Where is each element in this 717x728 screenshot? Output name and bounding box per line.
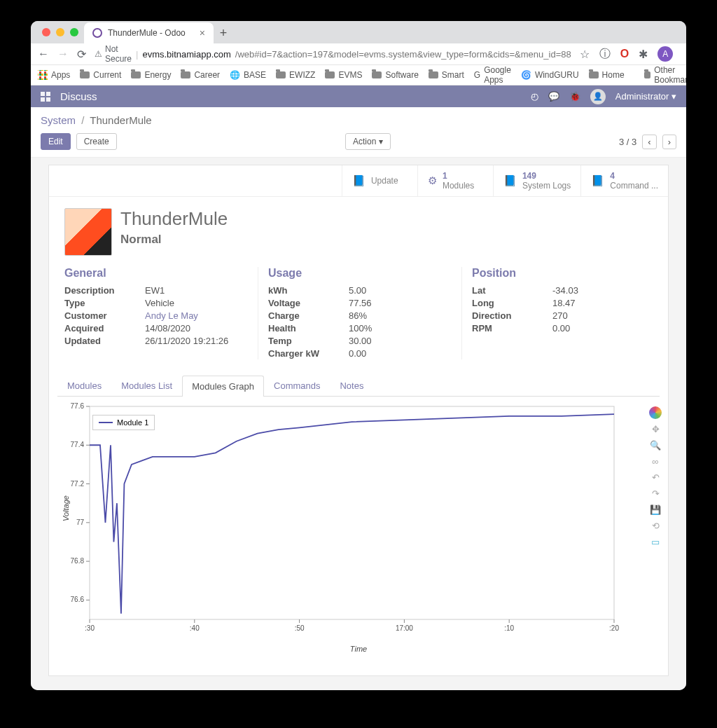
- breadcrumb: System / ThunderMule: [31, 107, 686, 130]
- edit-button[interactable]: Edit: [41, 133, 71, 150]
- create-button[interactable]: Create: [76, 133, 117, 150]
- other-bookmarks[interactable]: Other Bookmarks: [644, 65, 686, 85]
- val-charge: 86%: [349, 310, 367, 321]
- book-icon: 📘: [591, 174, 604, 187]
- folder-icon: [80, 71, 90, 78]
- x-axis-label: Time: [350, 645, 367, 653]
- box-zoom-icon[interactable]: 🔍: [649, 439, 662, 451]
- val-updated: 26/11/2020 19:21:26: [145, 336, 228, 346]
- bokeh-logo-icon[interactable]: [649, 406, 662, 419]
- profile-avatar[interactable]: A: [657, 46, 673, 62]
- apps-menu-icon[interactable]: [41, 92, 50, 102]
- redo-icon[interactable]: ↷: [649, 487, 662, 500]
- val-direction: 270: [552, 310, 568, 321]
- menu-icon[interactable]: ⋮: [683, 48, 686, 61]
- stat-update[interactable]: 📘 Update: [342, 165, 417, 196]
- tab-modules[interactable]: Modules: [57, 375, 111, 396]
- bookmark-evms[interactable]: EVMS: [325, 70, 362, 80]
- legend-label: Module 1: [117, 418, 148, 427]
- book-icon: 📘: [503, 174, 517, 187]
- tab-modules-list[interactable]: Modules List: [111, 375, 182, 396]
- val-lat: -34.03: [552, 285, 578, 296]
- svg-text::20: :20: [609, 624, 619, 632]
- bookmark-energy[interactable]: Energy: [131, 70, 171, 80]
- bookmark-current[interactable]: Current: [80, 70, 121, 80]
- crumb-system[interactable]: System: [41, 114, 76, 126]
- bookmark-windguru[interactable]: 🌀WindGURU: [521, 70, 579, 80]
- svg-text:76.8: 76.8: [71, 557, 85, 565]
- stat-system-logs[interactable]: 📘 149System Logs: [493, 165, 580, 196]
- apps-shortcut[interactable]: Apps: [38, 70, 70, 80]
- info-icon[interactable]: ⓘ: [599, 47, 611, 62]
- chart-legend: Module 1: [92, 415, 155, 430]
- window-controls: [36, 21, 84, 43]
- val-type: Vehicle: [145, 298, 174, 308]
- browser-tab[interactable]: ThunderMule - Odoo ×: [84, 22, 214, 43]
- y-axis-label: Voltage: [62, 495, 70, 521]
- forward-icon: →: [57, 48, 69, 60]
- close-window[interactable]: [42, 28, 50, 36]
- tab-commands[interactable]: Commands: [264, 375, 330, 396]
- record-state: Normal: [120, 233, 228, 247]
- svg-text::10: :10: [504, 624, 514, 632]
- extensions-icon[interactable]: ✱: [639, 48, 648, 61]
- form-view: 📘 Update ⚙ 1Modules 📘 149System Logs 📘 4…: [31, 158, 686, 690]
- bookmark-career[interactable]: Career: [181, 70, 220, 80]
- tab-modules-graph[interactable]: Modules Graph: [182, 376, 264, 397]
- form-sheet: 📘 Update ⚙ 1Modules 📘 149System Logs 📘 4…: [48, 165, 669, 676]
- val-rpm: 0.00: [552, 323, 570, 334]
- close-tab-icon[interactable]: ×: [200, 27, 205, 39]
- record-image[interactable]: [64, 208, 112, 256]
- pager: 3 / 3 ‹ ›: [619, 135, 676, 149]
- user-menu[interactable]: Administrator ▾: [615, 91, 676, 102]
- debug-icon[interactable]: 🐞: [569, 91, 580, 102]
- svg-text:17:00: 17:00: [396, 624, 413, 632]
- undo-icon[interactable]: ↶: [649, 471, 662, 483]
- svg-text::40: :40: [190, 624, 200, 632]
- pager-next[interactable]: ›: [662, 135, 676, 149]
- maximize-window[interactable]: [70, 28, 78, 36]
- stat-commands[interactable]: 📘 4Command ...: [580, 165, 668, 196]
- back-icon[interactable]: ←: [38, 48, 49, 60]
- bookmark-software[interactable]: Software: [372, 70, 418, 80]
- activities-icon[interactable]: ◴: [531, 91, 538, 102]
- folder-icon: [181, 71, 190, 78]
- pan-icon[interactable]: ✥: [649, 423, 662, 435]
- svg-text::30: :30: [85, 624, 95, 632]
- stat-modules[interactable]: ⚙ 1Modules: [417, 165, 493, 196]
- save-icon[interactable]: 💾: [649, 503, 662, 516]
- tab-notes[interactable]: Notes: [330, 375, 373, 396]
- pager-prev[interactable]: ‹: [642, 135, 656, 149]
- val-long: 18.47: [552, 298, 576, 308]
- wheel-zoom-icon[interactable]: ∞: [649, 455, 662, 467]
- val-customer[interactable]: Andy Le May: [145, 310, 198, 321]
- bookmark-base[interactable]: 🌐BASE: [230, 70, 266, 80]
- user-avatar-icon: 👤: [590, 89, 606, 104]
- bookmarks-bar: Apps Current Energy Career 🌐BASE EWIZZ E…: [31, 65, 686, 85]
- bookmark-ewizz[interactable]: EWIZZ: [276, 70, 315, 80]
- chart-toolbox: ✥ 🔍 ∞ ↶ ↷ 💾 ⟲ ▭: [649, 406, 662, 548]
- security-badge[interactable]: ⚠ Not Secure: [95, 44, 132, 64]
- position-heading: Position: [472, 267, 653, 280]
- action-dropdown[interactable]: Action ▾: [345, 133, 391, 150]
- new-tab-button[interactable]: +: [214, 26, 233, 43]
- folder-icon: [325, 71, 335, 78]
- voltage-chart[interactable]: 76.676.87777.277.477.6:30:40:5017:00:10:…: [57, 402, 625, 640]
- reload-icon[interactable]: ⟳: [77, 48, 86, 61]
- apps-grid-icon: [38, 70, 48, 80]
- url-display[interactable]: ⚠ Not Secure | evms.bitnamiapp.com/web#i…: [95, 44, 571, 64]
- book-icon: 📘: [352, 174, 366, 187]
- val-health: 100%: [349, 323, 372, 334]
- folder-icon: [589, 71, 599, 78]
- messages-icon[interactable]: 💬: [548, 91, 559, 102]
- bookmark-google[interactable]: G Google Apps: [474, 65, 511, 85]
- opera-icon[interactable]: O: [620, 48, 629, 60]
- minimize-window[interactable]: [56, 28, 64, 36]
- bookmark-smart[interactable]: Smart: [429, 70, 464, 80]
- svg-text:77.2: 77.2: [71, 480, 85, 488]
- star-icon[interactable]: ☆: [580, 48, 590, 61]
- hover-icon[interactable]: ▭: [649, 535, 662, 548]
- reset-icon[interactable]: ⟲: [649, 519, 662, 532]
- chart-area: 76.676.87777.277.477.6:30:40:5017:00:10:…: [57, 402, 660, 654]
- bookmark-home[interactable]: Home: [589, 70, 625, 80]
